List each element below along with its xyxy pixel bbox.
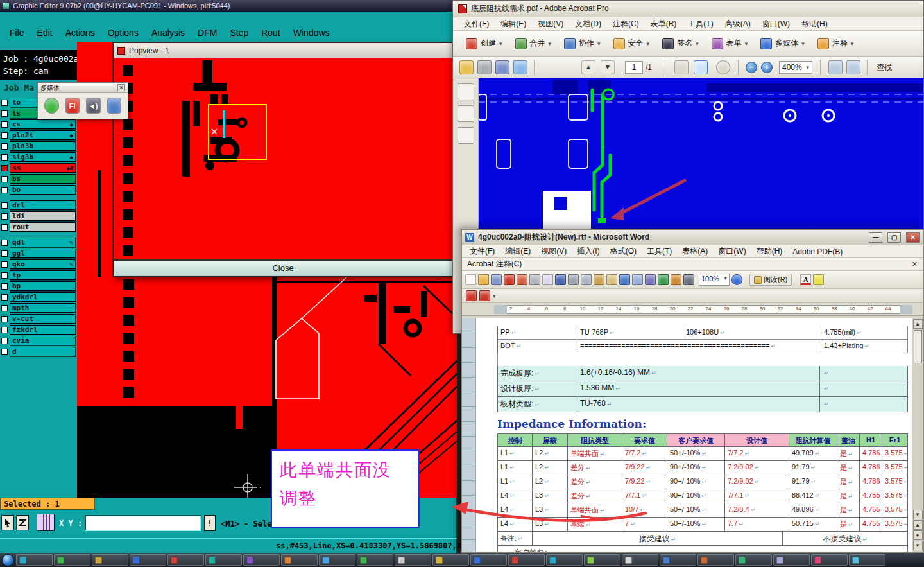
- close-icon[interactable]: ✕: [912, 260, 918, 268]
- word-menu-item[interactable]: 表格(A): [677, 245, 713, 257]
- zoom-select[interactable]: 100%▾: [699, 274, 730, 286]
- impedance-cell[interactable]: 7/9.22↵: [622, 475, 667, 489]
- open-icon[interactable]: [478, 274, 489, 285]
- impedance-cell[interactable]: 是↵: [837, 503, 860, 518]
- layer-visibility-checkbox[interactable]: [1, 110, 8, 117]
- taskbar-app-button[interactable]: [54, 554, 90, 566]
- pointer-tool-button[interactable]: [1, 515, 14, 530]
- layer-visibility-checkbox[interactable]: [1, 176, 8, 182]
- popview-close-button[interactable]: Close: [114, 259, 452, 276]
- layer-button-ydkdrl[interactable]: ydkdrl: [10, 292, 76, 302]
- impedance-cell[interactable]: L4↵: [497, 503, 533, 518]
- acrobat-menu-item[interactable]: 表单(R): [645, 17, 683, 31]
- doc-cell[interactable]: PP↵: [497, 326, 578, 340]
- save-icon[interactable]: [491, 274, 502, 285]
- ge-menu-edit[interactable]: Edit: [31, 26, 58, 39]
- layer-visibility-checkbox[interactable]: [1, 327, 8, 333]
- impedance-cell[interactable]: 3.575↵: [882, 503, 908, 518]
- zoom-tool-button[interactable]: [16, 515, 29, 530]
- impedance-cell[interactable]: 7/7.1↵: [622, 489, 667, 503]
- impedance-cell[interactable]: L3↵: [533, 518, 568, 532]
- impedance-cell[interactable]: 单端↵: [568, 518, 622, 532]
- acrobat-titlebar[interactable]: 底层阻抗线需求.pdf - Adobe Acrobat Pro: [453, 1, 923, 17]
- layer-visibility-checkbox[interactable]: [1, 316, 8, 322]
- impedance-cell[interactable]: 3.575↵: [882, 489, 908, 503]
- layer-button-qko[interactable]: qko✎: [10, 259, 76, 269]
- scroll-down-icon[interactable]: ▼: [913, 510, 923, 519]
- word-menu-item[interactable]: 文件(F): [465, 245, 500, 257]
- word-menu-item[interactable]: 格式(O): [605, 245, 642, 257]
- impedance-cell[interactable]: 90+/-10%↵: [667, 461, 725, 475]
- print-icon[interactable]: [529, 274, 540, 285]
- impedance-cell[interactable]: 3.575↵: [882, 475, 908, 489]
- impedance-cell[interactable]: 是↵: [837, 461, 860, 475]
- acrobat-tool-multimedia-icon[interactable]: 多媒体▾: [755, 35, 810, 52]
- impedance-cell[interactable]: 差分↵: [568, 475, 622, 489]
- flash-player-icon[interactable]: Fl: [65, 98, 80, 114]
- save-icon[interactable]: [495, 60, 509, 74]
- impedance-cell[interactable]: 4.786↵: [860, 461, 882, 475]
- layer-button-pln2t[interactable]: pln2t◆: [10, 130, 76, 140]
- layer-button-drl[interactable]: drl: [10, 200, 76, 210]
- ge-menu-windows[interactable]: Windows: [287, 26, 336, 39]
- impedance-cell[interactable]: L1↵: [497, 447, 533, 461]
- zoom-in-icon[interactable]: +: [761, 62, 773, 73]
- acrobat-menu-item[interactable]: 编辑(E): [495, 17, 532, 31]
- taskbar-app-button[interactable]: [811, 554, 848, 566]
- taskbar-app-button[interactable]: [470, 554, 507, 566]
- impedance-cell[interactable]: 3.575↵: [882, 461, 908, 475]
- impedance-cell[interactable]: 3.575↵: [882, 447, 908, 461]
- minimize-button[interactable]: —: [869, 232, 882, 243]
- layer-button-v-cut[interactable]: v-cut: [10, 314, 76, 324]
- scroll-up-icon[interactable]: ▲: [913, 319, 923, 329]
- acrobat-menu-item[interactable]: 注释(C): [607, 17, 645, 31]
- layer-button-bp[interactable]: bp: [10, 281, 76, 291]
- taskbar-app-button[interactable]: [167, 554, 204, 566]
- doc-cell[interactable]: 1.43+Plating↵: [821, 340, 908, 353]
- word-menu-item[interactable]: 编辑(E): [500, 245, 536, 257]
- spec-value-cell[interactable]: TU-768↵: [578, 397, 820, 412]
- ge-menu-dfm[interactable]: DFM: [192, 26, 223, 39]
- impedance-cell[interactable]: L1↵: [497, 475, 533, 489]
- impedance-cell[interactable]: 7↵: [622, 518, 667, 532]
- acrobat-menu-item[interactable]: 高级(A): [719, 17, 757, 31]
- layer-button-tp[interactable]: tp: [10, 270, 76, 280]
- select-tool-icon[interactable]: [674, 60, 689, 74]
- spec-label-cell[interactable]: 设计板厚:↵: [497, 381, 578, 397]
- acrobat-tool-secure-lock-icon[interactable]: 安全▾: [608, 35, 655, 52]
- impedance-cell[interactable]: 是↵: [837, 518, 860, 532]
- layer-visibility-checkbox[interactable]: [1, 240, 8, 246]
- layer-button-fzkdrl[interactable]: fzkdrl: [10, 325, 76, 335]
- impedance-cell[interactable]: 3.575↵: [882, 518, 908, 532]
- ge-menu-rout[interactable]: Rout: [255, 26, 286, 39]
- accept-option[interactable]: 接受建议↵: [533, 532, 783, 546]
- word-menu-item[interactable]: 帮助(H): [751, 245, 788, 257]
- print-preview-icon[interactable]: [542, 274, 553, 285]
- taskbar-app-button[interactable]: [205, 554, 242, 566]
- maximize-button[interactable]: ▢: [887, 232, 901, 243]
- layer-button-pln3b[interactable]: pln3b: [10, 141, 76, 151]
- impedance-cell[interactable]: 91.79↵: [789, 475, 837, 489]
- layer-button-d[interactable]: d: [10, 347, 76, 356]
- spec-label-cell[interactable]: 完成板厚:↵: [497, 366, 578, 381]
- ge-titlebar[interactable]: Graphic Editor 9.07b2 (00@HY-HYCAM-PC091…: [0, 0, 456, 12]
- impedance-cell[interactable]: 4.786↵: [860, 475, 882, 489]
- impedance-cell[interactable]: 7.2/9.02↵: [725, 461, 789, 475]
- layer-visibility-checkbox[interactable]: [1, 213, 8, 220]
- vertical-scrollbar[interactable]: ▲ ▼ ▲ ● ▼: [912, 318, 923, 552]
- acrobat-tool-comment-bubble-icon[interactable]: 注释▾: [812, 35, 859, 52]
- ge-menu-file[interactable]: File: [4, 26, 30, 39]
- taskbar-app-button[interactable]: [432, 554, 469, 566]
- email-icon[interactable]: [513, 60, 527, 74]
- impedance-cell[interactable]: L3↵: [533, 489, 568, 503]
- layer-visibility-checkbox[interactable]: [1, 224, 8, 231]
- acrobat-menu-item[interactable]: 文件(F): [458, 17, 495, 31]
- pdf-email-icon[interactable]: [479, 290, 490, 301]
- layer-visibility-checkbox[interactable]: [1, 250, 8, 257]
- grid-toggle-button[interactable]: [37, 514, 55, 531]
- impedance-cell[interactable]: 7.2/9.02↵: [725, 475, 789, 489]
- layer-button-ss[interactable]: ss◆#: [10, 163, 76, 173]
- layer-button-bs[interactable]: bs: [10, 174, 76, 184]
- undo-icon[interactable]: [619, 274, 630, 285]
- next-page-icon[interactable]: ▼: [601, 60, 615, 74]
